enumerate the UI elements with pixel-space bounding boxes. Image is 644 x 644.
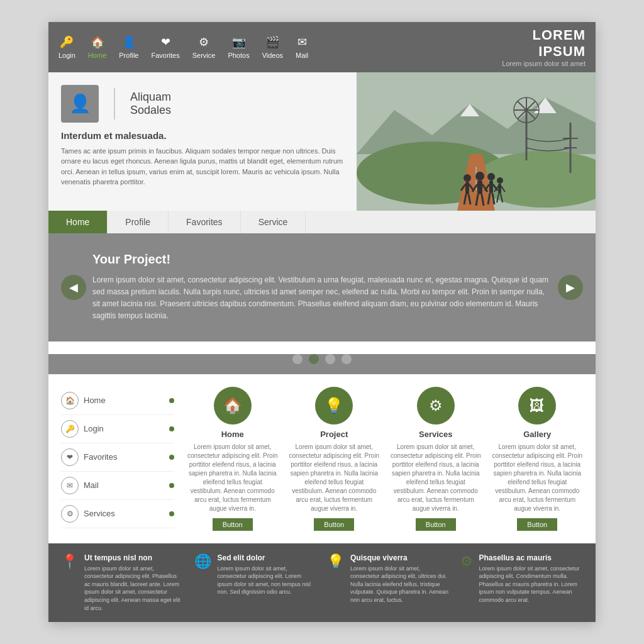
- side-login-label: Login: [84, 424, 104, 433]
- svg-point-24: [475, 172, 484, 180]
- footer-title-2: Sed elit dolor: [218, 553, 318, 562]
- logo-tagline: Lorem ipsum dolor sit amet: [502, 60, 586, 67]
- footer-gear-icon: ⚙: [460, 553, 473, 613]
- feature-home-btn[interactable]: Button: [213, 518, 253, 531]
- feature-gallery-btn[interactable]: Button: [517, 518, 557, 531]
- feature-services-btn[interactable]: Button: [416, 518, 456, 531]
- feature-project-btn[interactable]: Button: [314, 518, 354, 531]
- dot-3[interactable]: [325, 354, 335, 364]
- nav-favorites[interactable]: ❤ Favorites: [151, 35, 179, 59]
- bottom-section: 🏠 Home 🔑 Login ❤ Favorites: [48, 374, 596, 543]
- side-mail-icon: ✉: [61, 477, 79, 494]
- nav-mail[interactable]: ✉ Mail: [296, 35, 308, 59]
- dot-indicator-5: [169, 511, 174, 516]
- feature-home: 🏠 Home Lorem ipsum dolor sit amet, conse…: [187, 387, 279, 531]
- side-item-favorites[interactable]: ❤ Favorites: [61, 443, 174, 472]
- profile-icon: 👤: [122, 35, 136, 49]
- hero-left: 👤 AliquamSodales Interdum et malesuada. …: [48, 72, 357, 211]
- side-home-label: Home: [84, 396, 106, 405]
- side-fav-icon: ❤: [61, 448, 79, 466]
- feature-project-icon: 💡: [315, 387, 353, 425]
- dot-indicator: [169, 398, 174, 403]
- next-arrow[interactable]: ▶: [558, 275, 583, 300]
- svg-point-18: [464, 174, 471, 182]
- nav-service[interactable]: ⚙ Service: [192, 35, 216, 59]
- side-item-login[interactable]: 🔑 Login: [61, 415, 174, 443]
- dot-indicator-2: [169, 426, 174, 431]
- feature-services-icon: ⚙: [417, 387, 455, 425]
- footer-title-1: Ut tempus nisl non: [84, 553, 184, 562]
- home-icon: 🏠: [91, 35, 104, 49]
- footer-item-2: 🌐 Sed elit dolor Lorem ipsum dolor sit a…: [194, 553, 318, 613]
- slider-text: Lorem ipsum dolor sit amet, consectetur …: [92, 274, 552, 323]
- feature-gallery-text: Lorem ipsum dolor sit amet, consectetur …: [492, 443, 584, 513]
- nav-login[interactable]: 🔑 Login: [58, 35, 75, 59]
- svg-rect-37: [498, 184, 501, 194]
- nav-videos[interactable]: 🎬 Videos: [262, 35, 283, 59]
- dot-indicator-3: [169, 455, 174, 460]
- feature-services: ⚙ Services Lorem ipsum dolor sit amet, c…: [390, 387, 482, 531]
- prev-arrow[interactable]: ◀: [61, 275, 86, 300]
- hero-name: AliquamSodales: [130, 91, 171, 117]
- mail-icon: ✉: [297, 35, 307, 49]
- svg-rect-25: [477, 180, 482, 194]
- feature-project: 💡 Project Lorem ipsum dolor sit amet, co…: [289, 387, 380, 531]
- side-item-mail[interactable]: ✉ Mail: [61, 472, 174, 500]
- svg-rect-31: [489, 180, 493, 193]
- nav-profile[interactable]: 👤 Profile: [119, 35, 138, 59]
- nav-profile-label: Profile: [119, 52, 138, 59]
- feature-home-title: Home: [221, 430, 244, 439]
- side-item-services[interactable]: ⚙ Services: [61, 500, 174, 528]
- page-wrapper: 🔑 Login 🏠 Home 👤 Profile ❤ Favorites ⚙ S…: [48, 22, 596, 622]
- slider-dots: [48, 354, 596, 374]
- footer-text-1: Lorem ipsum dolor sit amet, consectetur …: [84, 565, 184, 613]
- footer-item-1: 📍 Ut tempus nisl non Lorem ipsum dolor s…: [61, 553, 184, 613]
- footer-text-3: Lorem ipsum dolor sit amet, consectetur …: [350, 565, 450, 604]
- footer-location-icon: 📍: [61, 553, 78, 613]
- nav-service-label: Service: [192, 52, 216, 59]
- side-menu: 🏠 Home 🔑 Login ❤ Favorites: [61, 387, 174, 531]
- photos-icon: 📷: [232, 35, 246, 49]
- tab-profile[interactable]: Profile: [108, 211, 169, 233]
- slider-content: Your Project! Lorem ipsum dolor sit amet…: [92, 252, 552, 323]
- side-services-label: Services: [84, 509, 115, 518]
- svg-point-36: [497, 177, 503, 184]
- feature-gallery-icon: 🖼: [518, 387, 556, 425]
- feature-services-title: Services: [419, 430, 453, 439]
- footer-item-3: 💡 Quisque viverra Lorem ipsum dolor sit …: [327, 553, 450, 613]
- feature-services-text: Lorem ipsum dolor sit amet, consectetur …: [390, 443, 482, 513]
- side-home-icon: 🏠: [61, 392, 79, 409]
- nav-mail-label: Mail: [296, 52, 308, 59]
- nav-home-label: Home: [88, 52, 106, 59]
- side-services-icon: ⚙: [61, 505, 79, 523]
- dot-4[interactable]: [341, 354, 352, 364]
- feature-project-title: Project: [320, 430, 348, 439]
- slider-title: Your Project!: [92, 252, 552, 267]
- hero-profile: 👤 AliquamSodales: [61, 85, 344, 123]
- feature-project-text: Lorem ipsum dolor sit amet, consectetur …: [289, 443, 380, 513]
- navbar: 🔑 Login 🏠 Home 👤 Profile ❤ Favorites ⚙ S…: [48, 22, 596, 72]
- tab-service[interactable]: Service: [241, 211, 306, 233]
- svg-rect-19: [465, 182, 469, 194]
- side-fav-label: Favorites: [84, 452, 117, 462]
- nav-home[interactable]: 🏠 Home: [88, 35, 106, 59]
- dot-1[interactable]: [292, 354, 303, 364]
- footer-item-4: ⚙ Phasellus ac mauris Lorem ipsum dolor …: [460, 553, 584, 613]
- feature-gallery: 🖼 Gallery Lorem ipsum dolor sit amet, co…: [492, 387, 584, 531]
- footer-text-4: Lorem ipsum dolor sit amet, consectetur …: [479, 565, 584, 604]
- hero-text: Tames ac ante ipsum primis in faucibus. …: [61, 146, 344, 187]
- footer-globe-icon: 🌐: [194, 553, 211, 613]
- footer: 📍 Ut tempus nisl non Lorem ipsum dolor s…: [48, 543, 596, 623]
- footer-title-3: Quisque viverra: [350, 553, 450, 562]
- tab-home[interactable]: Home: [48, 211, 108, 233]
- dot-2[interactable]: [309, 354, 319, 364]
- tab-favorites[interactable]: Favorites: [169, 211, 241, 233]
- logo-line1: LOREMIPSUM: [502, 27, 586, 60]
- svg-point-30: [487, 173, 495, 180]
- nav-photos[interactable]: 📷 Photos: [228, 35, 249, 59]
- feature-grid: 🏠 Home Lorem ipsum dolor sit amet, conse…: [187, 387, 583, 531]
- tabs: Home Profile Favorites Service: [48, 211, 596, 233]
- feature-home-icon: 🏠: [214, 387, 252, 425]
- favorites-icon: ❤: [161, 35, 170, 49]
- side-item-home[interactable]: 🏠 Home: [61, 387, 174, 415]
